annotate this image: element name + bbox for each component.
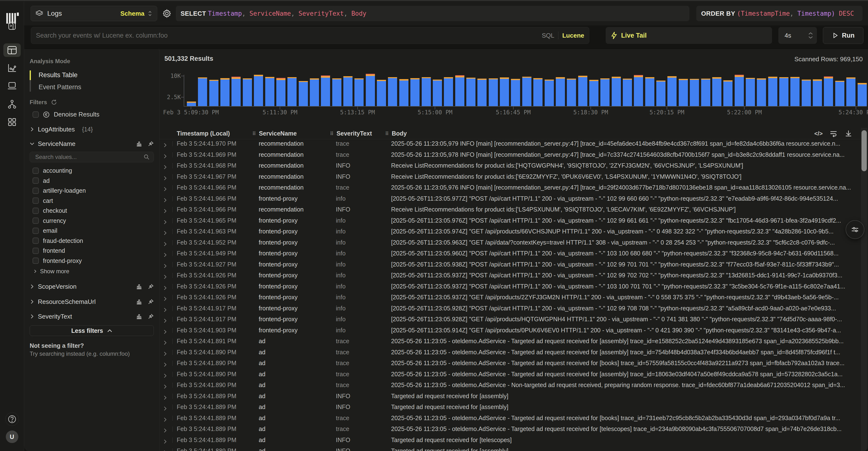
service-checkbox[interactable] (33, 217, 39, 224)
histogram-bar[interactable] (768, 77, 777, 106)
service-filter-option[interactable]: checkout (24, 206, 159, 216)
histogram-bar[interactable] (858, 83, 867, 106)
table-row[interactable]: Feb 3 5:24:41.927 PMfrontend-proxyinfo[2… (159, 259, 868, 270)
histogram-bar[interactable] (433, 80, 442, 106)
search-view-icon[interactable] (7, 46, 17, 55)
row-expand-icon[interactable] (163, 401, 167, 413)
service-checkbox[interactable] (33, 248, 39, 254)
chart-icon[interactable] (136, 299, 142, 305)
service-filter-option[interactable]: accounting (24, 166, 159, 176)
histogram-bar[interactable] (735, 75, 744, 106)
scrollbar-track[interactable] (861, 128, 867, 451)
chart-icon[interactable] (136, 283, 142, 290)
histogram-bar[interactable] (600, 79, 610, 106)
table-row[interactable]: Feb 3 5:24:41.890 PMadtrace2025-05-26 11… (159, 347, 868, 358)
row-expand-icon[interactable] (163, 369, 167, 380)
row-expand-icon[interactable] (163, 325, 167, 336)
filter-group-resourceschemaurl[interactable]: ResourceSchemaUrl (30, 297, 154, 306)
service-checkbox[interactable] (33, 178, 39, 184)
histogram-bar[interactable] (231, 77, 241, 106)
histogram-bar[interactable] (656, 81, 665, 106)
table-row[interactable]: Feb 3 5:24:41.903 PMfrontend-proxyinfo[2… (159, 325, 868, 336)
sessions-icon[interactable] (7, 82, 17, 90)
filter-group-servicename[interactable]: ServiceName (30, 139, 154, 149)
table-row[interactable]: Feb 3 5:24:41.889 PMadINFOTargeted ad re… (159, 391, 868, 402)
table-row[interactable]: Feb 3 5:24:41.966 PMrecommendationtrace2… (159, 182, 868, 193)
histogram-bar[interactable] (399, 79, 408, 106)
histogram-bar[interactable] (522, 77, 531, 106)
download-icon[interactable] (844, 129, 852, 138)
row-expand-icon[interactable] (163, 292, 167, 303)
view-source-icon[interactable]: </> (814, 130, 823, 137)
denoise-checkbox[interactable] (33, 112, 39, 118)
histogram-bar[interactable] (388, 77, 397, 106)
pin-icon[interactable] (148, 299, 154, 305)
histogram-bar[interactable] (265, 77, 274, 106)
column-header-severitytext[interactable]: ⠿SeverityText (330, 128, 372, 139)
table-row[interactable]: Feb 3 5:24:41.926 PMfrontend-proxyinfo[2… (159, 281, 868, 292)
table-row[interactable]: Feb 3 5:24:41.967 PMrecommendationINFORe… (159, 171, 868, 182)
table-row[interactable]: Feb 3 5:24:41.949 PMfrontend-proxyinfo[2… (159, 248, 868, 259)
row-expand-icon[interactable] (163, 391, 167, 402)
denoise-results-option[interactable]: Denoise Results (33, 111, 99, 118)
row-expand-icon[interactable] (163, 171, 167, 182)
histogram-bar[interactable] (489, 79, 498, 106)
histogram-bar[interactable] (846, 78, 856, 106)
histogram-bar[interactable] (220, 78, 229, 106)
histogram-bar[interactable] (645, 77, 654, 106)
chart-explorer-icon[interactable] (7, 63, 17, 73)
table-row[interactable]: Feb 3 5:24:41.968 PMrecommendationINFORe… (159, 160, 868, 171)
row-expand-icon[interactable] (163, 215, 167, 226)
service-checkbox[interactable] (33, 198, 39, 204)
row-expand-icon[interactable] (163, 149, 167, 160)
table-row[interactable]: Feb 3 5:24:41.889 PMadtrace2025-05-26 11… (159, 423, 868, 434)
histogram-bar[interactable] (634, 75, 643, 106)
histogram-bar[interactable] (511, 79, 520, 106)
table-row[interactable]: Feb 3 5:24:41.917 PMfrontend-proxyinfo[2… (159, 303, 868, 314)
service-filter-option[interactable]: currency (24, 216, 159, 226)
apps-grid-icon[interactable] (7, 117, 17, 127)
row-expand-icon[interactable] (163, 336, 167, 347)
scrollbar-thumb[interactable] (862, 130, 867, 171)
pin-icon[interactable] (148, 283, 154, 290)
source-settings-button[interactable] (159, 6, 175, 21)
filter-value-search[interactable]: Search values... (30, 152, 154, 162)
service-map-icon[interactable] (7, 99, 17, 109)
run-button[interactable]: Run (823, 27, 863, 44)
help-button[interactable] (5, 413, 19, 426)
service-checkbox[interactable] (33, 228, 39, 234)
histogram-bar[interactable] (276, 78, 285, 106)
histogram-bar[interactable] (187, 101, 196, 106)
histogram-bar[interactable] (422, 77, 431, 106)
lucene-toggle[interactable]: Lucene (562, 32, 584, 39)
row-expand-icon[interactable] (163, 423, 167, 434)
filter-group-logattributes[interactable]: LogAttributes {14} (30, 124, 154, 134)
service-filter-option[interactable]: frontend-proxy (24, 256, 159, 266)
histogram-bar[interactable] (679, 79, 688, 106)
column-header-timestamp[interactable]: Timestamp (Local) (177, 128, 230, 139)
select-clause-editor[interactable]: SELECT Timestamp, ServiceName, SeverityT… (176, 6, 689, 21)
row-expand-icon[interactable] (163, 347, 167, 358)
histogram-bar[interactable] (477, 79, 487, 106)
histogram-bar[interactable] (589, 80, 598, 106)
drag-handle-icon[interactable]: ⠿ (252, 131, 256, 137)
histogram-bar[interactable] (343, 76, 352, 106)
table-row[interactable]: Feb 3 5:24:41.890 PMadtrace2025-05-26 11… (159, 369, 868, 380)
row-expand-icon[interactable] (163, 138, 167, 149)
histogram-bar[interactable] (243, 79, 252, 106)
table-row[interactable]: Feb 3 5:24:41.969 PMrecommendationtrace2… (159, 149, 868, 160)
table-row[interactable]: Feb 3 5:24:41.890 PMadtrace2025-05-26 11… (159, 380, 868, 391)
histogram-bar[interactable] (321, 76, 330, 106)
service-checkbox[interactable] (33, 188, 39, 194)
row-expand-icon[interactable] (163, 358, 167, 369)
histogram-bar[interactable] (299, 81, 308, 106)
histogram-bar[interactable] (332, 79, 341, 106)
histogram-bar[interactable] (701, 79, 710, 106)
app-logo-icon[interactable] (5, 6, 19, 17)
histogram-bar[interactable] (623, 79, 632, 106)
histogram-bar[interactable] (366, 74, 375, 106)
pin-icon[interactable] (148, 141, 154, 147)
chart-icon[interactable] (136, 313, 142, 320)
row-expand-icon[interactable] (163, 248, 167, 259)
service-checkbox[interactable] (33, 258, 39, 264)
